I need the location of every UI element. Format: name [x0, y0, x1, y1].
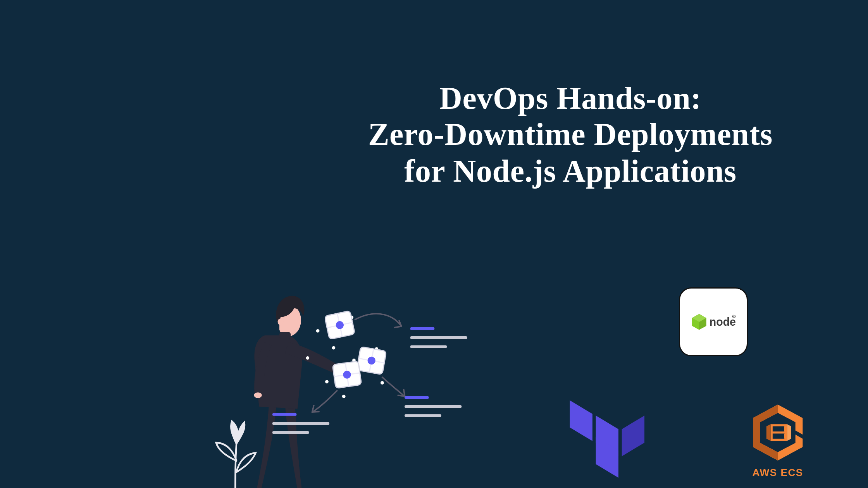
page-title: DevOps Hands-on: Zero-Downtime Deploymen…	[136, 80, 868, 189]
svg-point-6	[325, 380, 329, 383]
aws-ecs-label: AWS ECS	[741, 467, 815, 479]
text-lines-icon	[274, 414, 328, 433]
svg-point-3	[316, 329, 320, 333]
svg-rect-44	[773, 426, 785, 431]
svg-rect-45	[773, 433, 785, 438]
svg-rect-2	[279, 332, 291, 339]
person-head	[276, 296, 304, 337]
package-icon	[332, 361, 362, 388]
text-lines-icon	[406, 397, 460, 416]
node-logo-text: node	[710, 316, 736, 328]
package-icon	[325, 311, 355, 339]
title-line-3: for Node.js Applications	[136, 153, 868, 189]
plant-icon	[216, 421, 256, 488]
svg-rect-47	[784, 433, 787, 438]
svg-point-5	[306, 356, 310, 360]
svg-point-1	[278, 318, 284, 325]
nodejs-logo-icon: node R	[679, 287, 748, 356]
terraform-logo-icon	[569, 396, 646, 479]
package-icon	[356, 347, 386, 375]
svg-marker-37	[622, 416, 644, 456]
title-line-2: Zero-Downtime Deployments	[136, 117, 868, 153]
svg-point-9	[381, 381, 384, 385]
title-line-1: DevOps Hands-on:	[136, 80, 868, 117]
svg-text:R: R	[733, 315, 735, 318]
svg-point-11	[332, 346, 336, 350]
text-lines-icon	[412, 328, 466, 347]
svg-point-7	[342, 395, 346, 398]
arrow-icon	[382, 377, 405, 397]
arrow-icon	[312, 391, 337, 412]
svg-marker-42	[766, 424, 771, 441]
arrow-icon	[355, 314, 401, 327]
svg-rect-46	[784, 426, 787, 431]
person-torso	[254, 335, 338, 409]
svg-point-0	[254, 392, 262, 398]
svg-marker-43	[787, 424, 791, 441]
deployment-illustration	[213, 286, 473, 488]
aws-ecs-logo-icon: AWS ECS	[741, 402, 815, 479]
svg-marker-35	[570, 400, 592, 441]
